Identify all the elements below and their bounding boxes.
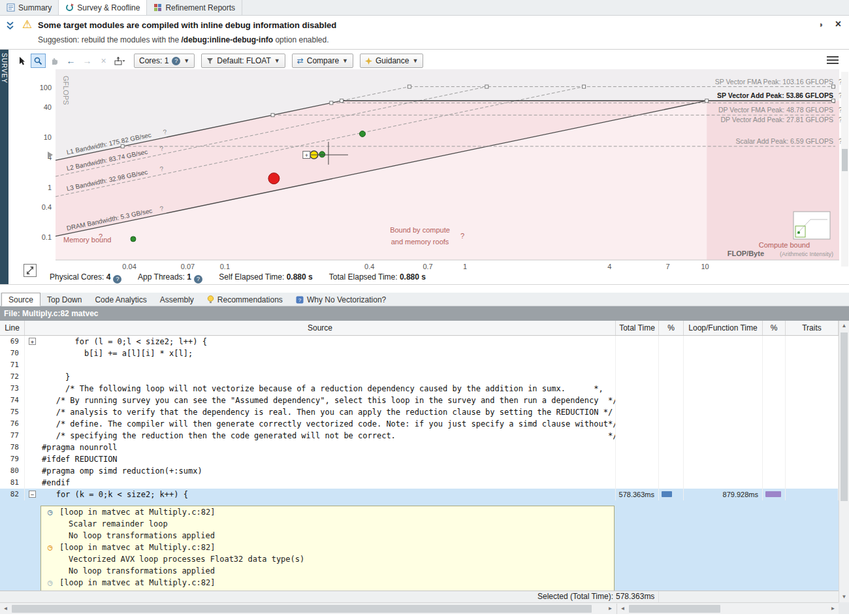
scroll-right-icon[interactable]: ►	[605, 604, 616, 614]
total-pct-cell	[659, 395, 684, 406]
tab-top-down[interactable]: Top Down	[40, 293, 88, 306]
loop-info-text: Vectorized AVX loop processes Float32 da…	[69, 555, 304, 566]
table-row[interactable]: 76 /* define. The compiler will then gen…	[0, 418, 839, 430]
tab-refinement-reports[interactable]: Refinement Reports	[147, 0, 242, 15]
scroll-up-icon[interactable]: ▲	[839, 321, 849, 331]
loop-info-line: Vectorized AVX loop processes Float32 da…	[41, 555, 614, 566]
collapse-icon[interactable]: −	[29, 491, 36, 498]
source-vscrollbar[interactable]: ▲ ▼	[839, 321, 849, 602]
roof-handle[interactable]	[408, 85, 411, 88]
col-loop-time[interactable]: Loop/Function Time	[684, 321, 763, 335]
loop-dot-green[interactable]	[131, 236, 136, 242]
table-row[interactable]: 77 /* specifying the reduction then the …	[0, 430, 839, 442]
x-tick: 0.04	[122, 263, 136, 270]
tab-recommendations[interactable]: Recommendations	[200, 293, 289, 306]
tab-survey-roofline[interactable]: Survey & Roofline	[59, 0, 147, 15]
tab-why-no-vectorization[interactable]: ?Why No Vectorization?	[289, 293, 392, 306]
source-code: #pragma omp simd reduction(+:sumx)	[42, 465, 202, 477]
cursor-icon	[17, 56, 27, 66]
feedback-icon[interactable]: ◑	[818, 20, 823, 29]
source-code: #ifdef REDUCTION	[42, 453, 118, 465]
zone-label: Compute bound	[759, 241, 810, 249]
table-row[interactable]: 72 }	[0, 371, 839, 383]
line-number: 75	[0, 406, 25, 418]
expand-chart-button[interactable]	[24, 264, 37, 277]
tab-assembly[interactable]: Assembly	[153, 293, 200, 306]
col-total-pct[interactable]: %	[659, 321, 684, 335]
roof-handle[interactable]	[583, 85, 586, 88]
table-row[interactable]: 81#endif	[0, 477, 839, 489]
loop-dot-red[interactable]	[268, 173, 280, 184]
roof-handle[interactable]	[485, 85, 489, 88]
table-row[interactable]: 82− for (k = 0;k < size2; k++) {578.363m…	[0, 489, 839, 500]
roof-handle[interactable]	[705, 99, 709, 103]
scrollbar-thumb[interactable]	[841, 332, 848, 501]
scroll-down-icon[interactable]: ▼	[839, 592, 849, 602]
x-tick: 0.1	[220, 263, 230, 270]
survey-side-strip[interactable]: SURVEY	[0, 50, 8, 284]
close-banner-icon[interactable]: ×	[835, 18, 841, 30]
total-pct-cell	[659, 336, 684, 348]
loop-pct-cell	[763, 465, 786, 477]
roof-handle[interactable]	[340, 99, 344, 103]
roofline-chart[interactable]: L1 Bandwidth: 175.82 GB/sec?L2 Bandwidth…	[8, 65, 848, 272]
source-hscrollbar[interactable]: ◄ ►	[0, 604, 616, 614]
survey-icon	[65, 3, 74, 12]
roof-handle[interactable]	[271, 114, 274, 117]
chevron-down-icon: ▼	[412, 57, 418, 64]
chart-scrollbar-thumb[interactable]	[842, 149, 848, 171]
expand-icon[interactable]: +	[29, 338, 36, 345]
roof-handle[interactable]	[330, 101, 333, 105]
chart-scrollbar[interactable]	[841, 72, 848, 267]
roof-handle[interactable]	[121, 145, 124, 148]
scrollbar-thumb[interactable]	[12, 605, 592, 613]
roof-handle[interactable]	[832, 85, 835, 88]
analysis-tabbar: Source Top Down Code Analytics Assembly …	[0, 293, 849, 306]
table-row[interactable]: 79#ifdef REDUCTION	[0, 453, 839, 465]
traits-cell	[786, 465, 839, 477]
loop-pct-cell	[763, 489, 786, 500]
help-icon[interactable]: ?	[194, 275, 202, 284]
scroll-left-icon[interactable]: ◄	[617, 604, 628, 614]
table-row[interactable]: 78#pragma nounroll	[0, 442, 839, 453]
loop-pct-cell	[763, 453, 786, 465]
tab-summary[interactable]: Summary	[0, 0, 59, 15]
table-row[interactable]: 73 /* The following loop will not vector…	[0, 383, 839, 395]
col-traits[interactable]: Traits	[786, 321, 839, 335]
collapse-banner-icon[interactable]	[6, 21, 14, 33]
scroll-right-icon[interactable]: ►	[827, 604, 839, 614]
total-time-cell	[616, 477, 659, 489]
traits-cell	[786, 336, 839, 348]
y-tick: 100	[40, 84, 52, 91]
table-row[interactable]: 75 /* analysis to verify that the depend…	[0, 406, 839, 418]
metrics-hscrollbar[interactable]: ◄ ►	[617, 604, 839, 614]
help-icon[interactable]: ?	[113, 275, 121, 284]
col-line[interactable]: Line	[0, 321, 25, 335]
minimap[interactable]	[793, 212, 830, 239]
y-tick: 40	[44, 103, 52, 111]
source-code: for (l = 0;l < size2; l++) {	[42, 336, 207, 348]
col-loop-pct[interactable]: %	[763, 321, 786, 335]
loop-info-line: No loop transformations applied	[41, 531, 614, 543]
col-total-time[interactable]: Total Time	[616, 321, 659, 335]
scrollbar-thumb[interactable]	[629, 605, 720, 613]
traits-cell	[786, 383, 839, 395]
table-row[interactable]: 70 b[i] += a[l][i] * x[l];	[0, 348, 839, 359]
tab-source[interactable]: Source	[1, 293, 40, 306]
traits-cell	[786, 430, 839, 442]
zone-label: Memory bound	[63, 236, 111, 244]
cores-help-icon[interactable]: ?	[172, 57, 180, 65]
traits-cell	[786, 359, 839, 371]
loop-time-bar	[765, 491, 781, 497]
loop-dot-green[interactable]	[359, 131, 365, 137]
scroll-left-icon[interactable]: ◄	[0, 604, 11, 614]
roof-handle[interactable]	[832, 99, 835, 103]
table-row[interactable]: 69+ for (l = 0;l < size2; l++) {	[0, 336, 839, 348]
tab-code-analytics[interactable]: Code Analytics	[88, 293, 153, 306]
table-row[interactable]: 71	[0, 359, 839, 371]
chart-menu-icon[interactable]	[827, 56, 839, 66]
col-source[interactable]: Source	[25, 321, 616, 335]
table-row[interactable]: 80#pragma omp simd reduction(+:sumx)	[0, 465, 839, 477]
table-row[interactable]: 74 /* By running survey you can see the …	[0, 395, 839, 406]
loop-dot-green[interactable]	[319, 152, 325, 157]
